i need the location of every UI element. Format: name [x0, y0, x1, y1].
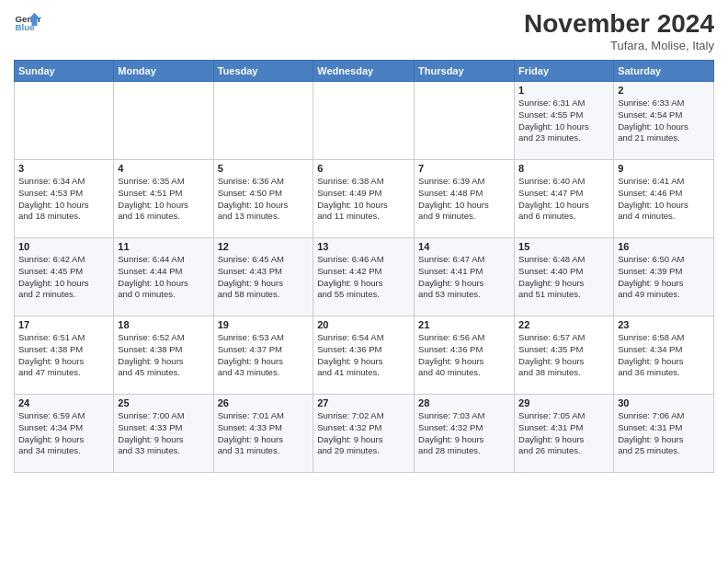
- day-number: 27: [317, 397, 410, 408]
- day-info: Sunrise: 7:01 AM Sunset: 4:33 PM Dayligh…: [218, 410, 310, 457]
- day-number: 15: [518, 241, 609, 252]
- day-number: 19: [218, 319, 310, 330]
- day-info: Sunrise: 6:36 AM Sunset: 4:50 PM Dayligh…: [218, 176, 310, 223]
- logo: General Blue: [14, 9, 41, 37]
- table-cell: 22Sunrise: 6:57 AM Sunset: 4:35 PM Dayli…: [515, 316, 614, 395]
- week-row-1: 3Sunrise: 6:34 AM Sunset: 4:53 PM Daylig…: [15, 160, 714, 238]
- table-cell: [415, 82, 515, 160]
- day-info: Sunrise: 7:05 AM Sunset: 4:31 PM Dayligh…: [518, 410, 609, 457]
- table-cell: 29Sunrise: 7:05 AM Sunset: 4:31 PM Dayli…: [515, 395, 614, 473]
- day-info: Sunrise: 6:33 AM Sunset: 4:54 PM Dayligh…: [618, 98, 710, 144]
- day-number: 20: [317, 319, 410, 330]
- table-cell: 3Sunrise: 6:34 AM Sunset: 4:53 PM Daylig…: [15, 160, 114, 238]
- day-number: 22: [518, 319, 609, 330]
- table-cell: [213, 82, 313, 160]
- day-info: Sunrise: 7:03 AM Sunset: 4:32 PM Dayligh…: [418, 410, 510, 457]
- week-row-0: 1Sunrise: 6:31 AM Sunset: 4:55 PM Daylig…: [15, 82, 714, 160]
- day-number: 10: [18, 241, 109, 252]
- month-title: November 2024: [524, 9, 714, 39]
- day-info: Sunrise: 6:57 AM Sunset: 4:35 PM Dayligh…: [518, 332, 609, 379]
- day-info: Sunrise: 6:48 AM Sunset: 4:40 PM Dayligh…: [518, 254, 609, 301]
- col-tuesday: Tuesday: [213, 61, 313, 82]
- day-number: 4: [118, 163, 209, 174]
- day-number: 24: [18, 397, 109, 408]
- day-number: 6: [317, 163, 410, 174]
- col-friday: Friday: [515, 61, 614, 82]
- col-wednesday: Wednesday: [313, 61, 415, 82]
- table-cell: 14Sunrise: 6:47 AM Sunset: 4:41 PM Dayli…: [415, 238, 515, 316]
- day-number: 8: [518, 163, 609, 174]
- table-cell: 6Sunrise: 6:38 AM Sunset: 4:49 PM Daylig…: [313, 160, 415, 238]
- table-cell: 5Sunrise: 6:36 AM Sunset: 4:50 PM Daylig…: [213, 160, 313, 238]
- day-info: Sunrise: 6:59 AM Sunset: 4:34 PM Dayligh…: [18, 410, 109, 457]
- header: General Blue November 2024 Tufara, Molis…: [14, 9, 714, 52]
- day-number: 2: [618, 85, 710, 96]
- table-cell: 28Sunrise: 7:03 AM Sunset: 4:32 PM Dayli…: [415, 395, 515, 473]
- table-cell: 30Sunrise: 7:06 AM Sunset: 4:31 PM Dayli…: [614, 395, 714, 473]
- day-info: Sunrise: 7:00 AM Sunset: 4:33 PM Dayligh…: [118, 410, 209, 457]
- day-info: Sunrise: 6:51 AM Sunset: 4:38 PM Dayligh…: [18, 332, 109, 379]
- table-cell: 13Sunrise: 6:46 AM Sunset: 4:42 PM Dayli…: [313, 238, 415, 316]
- table-cell: 24Sunrise: 6:59 AM Sunset: 4:34 PM Dayli…: [15, 395, 114, 473]
- day-info: Sunrise: 6:38 AM Sunset: 4:49 PM Dayligh…: [317, 176, 410, 223]
- calendar-header-row: Sunday Monday Tuesday Wednesday Thursday…: [15, 61, 714, 82]
- day-info: Sunrise: 6:35 AM Sunset: 4:51 PM Dayligh…: [118, 176, 209, 223]
- table-cell: 23Sunrise: 6:58 AM Sunset: 4:34 PM Dayli…: [614, 316, 714, 395]
- day-number: 18: [118, 319, 209, 330]
- day-number: 21: [418, 319, 510, 330]
- table-cell: 16Sunrise: 6:50 AM Sunset: 4:39 PM Dayli…: [614, 238, 714, 316]
- day-number: 26: [218, 397, 310, 408]
- day-number: 13: [317, 241, 410, 252]
- day-number: 1: [518, 85, 609, 96]
- day-info: Sunrise: 6:44 AM Sunset: 4:44 PM Dayligh…: [118, 254, 209, 301]
- day-info: Sunrise: 6:46 AM Sunset: 4:42 PM Dayligh…: [317, 254, 410, 301]
- title-block: November 2024 Tufara, Molise, Italy: [524, 9, 714, 52]
- day-info: Sunrise: 6:54 AM Sunset: 4:36 PM Dayligh…: [317, 332, 410, 379]
- table-cell: 2Sunrise: 6:33 AM Sunset: 4:54 PM Daylig…: [614, 82, 714, 160]
- day-info: Sunrise: 6:41 AM Sunset: 4:46 PM Dayligh…: [618, 176, 710, 223]
- week-row-3: 17Sunrise: 6:51 AM Sunset: 4:38 PM Dayli…: [15, 316, 714, 395]
- day-info: Sunrise: 6:56 AM Sunset: 4:36 PM Dayligh…: [418, 332, 510, 379]
- day-info: Sunrise: 6:52 AM Sunset: 4:38 PM Dayligh…: [118, 332, 209, 379]
- day-info: Sunrise: 6:40 AM Sunset: 4:47 PM Dayligh…: [518, 176, 609, 223]
- day-number: 9: [618, 163, 710, 174]
- table-cell: 21Sunrise: 6:56 AM Sunset: 4:36 PM Dayli…: [415, 316, 515, 395]
- day-number: 3: [18, 163, 109, 174]
- table-cell: 12Sunrise: 6:45 AM Sunset: 4:43 PM Dayli…: [213, 238, 313, 316]
- week-row-2: 10Sunrise: 6:42 AM Sunset: 4:45 PM Dayli…: [15, 238, 714, 316]
- table-cell: 11Sunrise: 6:44 AM Sunset: 4:44 PM Dayli…: [114, 238, 213, 316]
- table-cell: 27Sunrise: 7:02 AM Sunset: 4:32 PM Dayli…: [313, 395, 415, 473]
- day-number: 28: [418, 397, 510, 408]
- col-sunday: Sunday: [15, 61, 114, 82]
- day-number: 25: [118, 397, 209, 408]
- day-info: Sunrise: 6:50 AM Sunset: 4:39 PM Dayligh…: [618, 254, 710, 301]
- table-cell: 10Sunrise: 6:42 AM Sunset: 4:45 PM Dayli…: [15, 238, 114, 316]
- day-number: 16: [618, 241, 710, 252]
- day-info: Sunrise: 6:45 AM Sunset: 4:43 PM Dayligh…: [218, 254, 310, 301]
- page: General Blue November 2024 Tufara, Molis…: [0, 0, 728, 563]
- table-cell: 20Sunrise: 6:54 AM Sunset: 4:36 PM Dayli…: [313, 316, 415, 395]
- table-cell: 26Sunrise: 7:01 AM Sunset: 4:33 PM Dayli…: [213, 395, 313, 473]
- day-info: Sunrise: 6:47 AM Sunset: 4:41 PM Dayligh…: [418, 254, 510, 301]
- day-number: 30: [618, 397, 710, 408]
- table-cell: [313, 82, 415, 160]
- day-info: Sunrise: 7:06 AM Sunset: 4:31 PM Dayligh…: [618, 410, 710, 457]
- day-number: 17: [18, 319, 109, 330]
- day-number: 5: [218, 163, 310, 174]
- day-info: Sunrise: 6:58 AM Sunset: 4:34 PM Dayligh…: [618, 332, 710, 379]
- day-number: 12: [218, 241, 310, 252]
- day-number: 23: [618, 319, 710, 330]
- table-cell: 7Sunrise: 6:39 AM Sunset: 4:48 PM Daylig…: [415, 160, 515, 238]
- day-info: Sunrise: 6:34 AM Sunset: 4:53 PM Dayligh…: [18, 176, 109, 223]
- table-cell: 8Sunrise: 6:40 AM Sunset: 4:47 PM Daylig…: [515, 160, 614, 238]
- col-saturday: Saturday: [614, 61, 714, 82]
- table-cell: 18Sunrise: 6:52 AM Sunset: 4:38 PM Dayli…: [114, 316, 213, 395]
- day-info: Sunrise: 6:42 AM Sunset: 4:45 PM Dayligh…: [18, 254, 109, 301]
- day-info: Sunrise: 7:02 AM Sunset: 4:32 PM Dayligh…: [317, 410, 410, 457]
- table-cell: 17Sunrise: 6:51 AM Sunset: 4:38 PM Dayli…: [15, 316, 114, 395]
- table-cell: 1Sunrise: 6:31 AM Sunset: 4:55 PM Daylig…: [515, 82, 614, 160]
- week-row-4: 24Sunrise: 6:59 AM Sunset: 4:34 PM Dayli…: [15, 395, 714, 473]
- logo-icon: General Blue: [14, 9, 41, 37]
- col-monday: Monday: [114, 61, 213, 82]
- col-thursday: Thursday: [415, 61, 515, 82]
